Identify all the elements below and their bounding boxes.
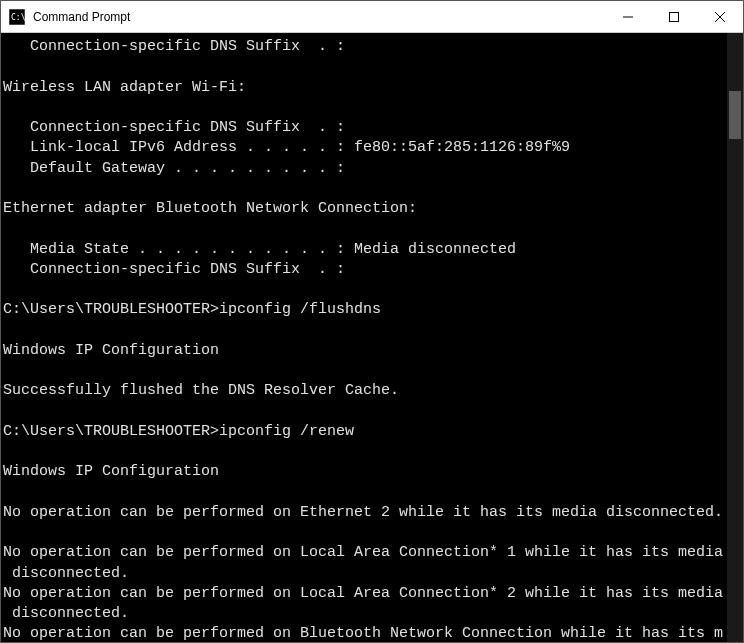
svg-text:C:\: C:\ (11, 13, 25, 22)
terminal-content[interactable]: Connection-specific DNS Suffix . :Wirele… (1, 33, 727, 642)
terminal-line: No operation can be performed on Local A… (3, 584, 725, 604)
cmd-icon: C:\ (9, 9, 25, 25)
terminal-line: Default Gateway . . . . . . . . . : (3, 159, 725, 179)
terminal-line (3, 98, 725, 118)
terminal-line: C:\Users\TROUBLESHOOTER>ipconfig /flushd… (3, 300, 725, 320)
terminal-line (3, 483, 725, 503)
terminal-line (3, 219, 725, 239)
terminal-line (3, 402, 725, 422)
titlebar[interactable]: C:\ Command Prompt (1, 1, 743, 33)
terminal-line: C:\Users\TROUBLESHOOTER>ipconfig /renew (3, 422, 725, 442)
terminal-line: Connection-specific DNS Suffix . : (3, 118, 725, 138)
terminal-line (3, 442, 725, 462)
terminal-line: Media State . . . . . . . . . . . : Medi… (3, 240, 725, 260)
terminal-line: Wireless LAN adapter Wi-Fi: (3, 78, 725, 98)
terminal-line: Windows IP Configuration (3, 462, 725, 482)
window-controls (605, 1, 743, 32)
terminal-line (3, 179, 725, 199)
terminal-line: Windows IP Configuration (3, 341, 725, 361)
terminal-line: Connection-specific DNS Suffix . : (3, 37, 725, 57)
vertical-scrollbar[interactable] (727, 33, 743, 642)
terminal-line: Link-local IPv6 Address . . . . . : fe80… (3, 138, 725, 158)
terminal-line (3, 321, 725, 341)
terminal-line (3, 57, 725, 77)
terminal-line (3, 523, 725, 543)
minimize-button[interactable] (605, 1, 651, 32)
command-prompt-window: C:\ Command Prompt Connection-specific D… (0, 0, 744, 643)
terminal-line: Successfully flushed the DNS Resolver Ca… (3, 381, 725, 401)
terminal-line: Ethernet adapter Bluetooth Network Conne… (3, 199, 725, 219)
svg-rect-3 (670, 12, 679, 21)
terminal-line: No operation can be performed on Local A… (3, 543, 725, 563)
terminal-line: No operation can be performed on Etherne… (3, 503, 725, 523)
terminal-line: disconnected. (3, 604, 725, 624)
terminal-line: Connection-specific DNS Suffix . : (3, 260, 725, 280)
terminal-line: disconnected. (3, 564, 725, 584)
terminal-area: Connection-specific DNS Suffix . :Wirele… (1, 33, 743, 642)
close-button[interactable] (697, 1, 743, 32)
maximize-button[interactable] (651, 1, 697, 32)
terminal-line: No operation can be performed on Bluetoo… (3, 624, 725, 642)
scrollbar-thumb[interactable] (729, 91, 741, 139)
terminal-line (3, 280, 725, 300)
terminal-line (3, 361, 725, 381)
window-title: Command Prompt (33, 10, 605, 24)
